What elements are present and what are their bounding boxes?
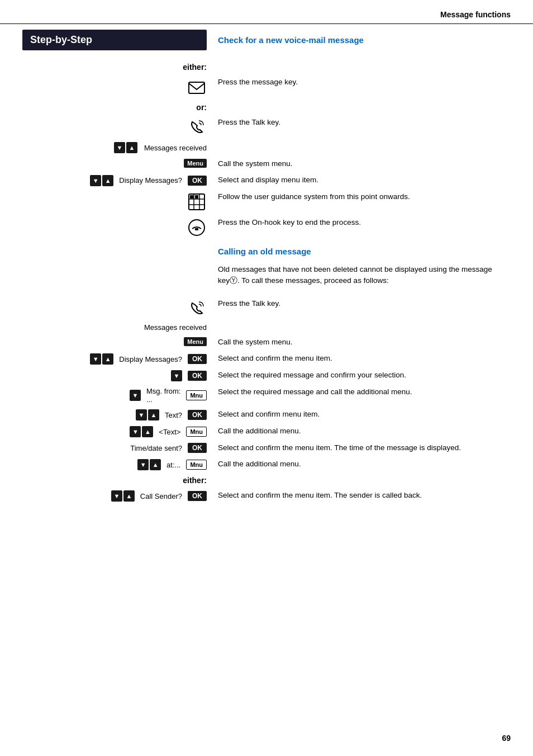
nav-arrows-text-value: ▼ ▲ — [130, 426, 153, 437]
section-title-check-voicemail: Check for a new voice-mail message — [218, 35, 511, 45]
nav-arrows-msg-from: ▼ — [130, 390, 141, 401]
msg-from-row: ▼ Msg. from: ... Mnu Select the required… — [22, 387, 511, 404]
arrow-down-1[interactable]: ▼ — [114, 142, 125, 153]
select-call-additional-text: Select the required message and call the… — [218, 388, 412, 396]
press-talk-key-text-1: Press the Talk key. — [218, 118, 280, 126]
page-title: Message functions — [440, 10, 511, 19]
either-label-2: either: — [183, 476, 207, 485]
messages-received-label-1: Messages received — [144, 144, 207, 152]
either-row-1: either: — [22, 63, 511, 72]
call-sender-row: ▼ ▲ Call Sender? OK Select and confirm t… — [22, 490, 511, 502]
arrow-down-msg-from[interactable]: ▼ — [130, 390, 141, 401]
display-messages-row-2: ▼ ▲ Display Messages? OK Select and conf… — [22, 353, 511, 365]
arrow-down-ok[interactable]: ▼ — [171, 370, 182, 381]
call-sender-label: Call Sender? — [140, 492, 182, 500]
arrow-down-text[interactable]: ▼ — [136, 409, 147, 420]
arrow-down-display-1[interactable]: ▼ — [90, 175, 101, 186]
call-additional-menu-2-text: Call the additional menu. — [218, 460, 301, 468]
display-messages-label-1: Display Messages? — [119, 176, 182, 185]
talk-key-icon-1 — [187, 117, 207, 138]
talk-key-row-2: Messages received Press the Talk key. — [22, 299, 511, 332]
msg-from-label: Msg. from: ... — [146, 387, 180, 404]
select-required-message-text: Select the required message and confirm … — [218, 371, 406, 379]
call-system-menu-text-2: Call the system menu. — [218, 338, 293, 346]
mnu-button-msg-from[interactable]: Mnu — [186, 390, 207, 400]
arrow-up-text[interactable]: ▲ — [148, 409, 159, 420]
arrow-up-1[interactable]: ▲ — [126, 142, 137, 153]
either-label-1: either: — [183, 63, 207, 72]
select-confirm-sender-called-text: Select and confirm the menu item. The se… — [218, 491, 422, 499]
ok-button-down[interactable]: OK — [188, 371, 207, 381]
or-label-1: or: — [196, 103, 207, 112]
arrow-up-display-1[interactable]: ▲ — [102, 175, 113, 186]
call-system-menu-text-1: Call the system menu. — [218, 159, 293, 168]
mnu-button-at[interactable]: Mnu — [186, 460, 207, 470]
messages-received-label-2: Messages received — [144, 323, 207, 332]
on-hook-key-row: Press the On-hook key to end the process… — [22, 218, 511, 238]
page-number: 69 — [502, 734, 511, 743]
nav-arrows-display-2: ▼ ▲ — [90, 353, 113, 365]
arrow-down-call-sender[interactable]: ▼ — [111, 490, 122, 502]
section-body-text: Old messages that have not been deleted … — [218, 264, 511, 287]
press-message-key-text: Press the message key. — [218, 78, 298, 86]
page-header: Message functions — [0, 0, 533, 24]
nav-arrows-at: ▼ ▲ — [137, 459, 161, 470]
menu-row-2: Menu Call the system menu. — [22, 337, 511, 348]
arrow-up-text-value[interactable]: ▲ — [142, 426, 153, 437]
press-on-hook-key-text: Press the On-hook key to end the process… — [218, 218, 361, 226]
call-additional-menu-1-text: Call the additional menu. — [218, 427, 301, 435]
select-display-menu-item-text: Select and display menu item. — [218, 176, 318, 184]
svg-rect-0 — [189, 82, 204, 93]
nav-arrows-msg-received-1: ▼ ▲ — [114, 142, 137, 153]
select-confirm-time-msg-text: Select and confirm the menu item. The ti… — [218, 443, 461, 452]
display-messages-label-2: Display Messages? — [119, 355, 182, 363]
down-ok-row: ▼ OK Select the required message and con… — [22, 370, 511, 381]
press-talk-key-text-2: Press the Talk key. — [218, 299, 280, 308]
arrow-down-text-value[interactable]: ▼ — [130, 426, 141, 437]
arrow-up-call-sender[interactable]: ▲ — [123, 490, 135, 502]
on-hook-key-icon — [187, 218, 207, 238]
mnu-button-text-value[interactable]: Mnu — [186, 427, 207, 437]
select-confirm-menu-item-text: Select and confirm the menu item. — [218, 354, 332, 362]
ok-button-display-2[interactable]: OK — [188, 354, 207, 364]
arrow-down-at[interactable]: ▼ — [137, 459, 149, 470]
select-confirm-menu-item-2-text: Select and confirm menu item. — [218, 410, 320, 418]
svg-rect-7 — [195, 195, 198, 199]
menu-button-2[interactable]: Menu — [184, 337, 207, 346]
user-guidance-icon — [187, 192, 207, 212]
ok-button-time-date[interactable]: OK — [188, 443, 207, 453]
nav-arrows-call-sender: ▼ ▲ — [111, 490, 135, 502]
follow-user-guidance-text: Follow the user guidance system from thi… — [218, 192, 410, 201]
text-label: Text? — [165, 411, 182, 419]
arrow-up-display-2[interactable]: ▲ — [102, 353, 113, 365]
nav-arrows-text: ▼ ▲ — [136, 409, 159, 420]
text-value-label: <Text> — [159, 428, 180, 436]
section-title-calling-old: Calling an old message — [218, 245, 511, 257]
svg-rect-9 — [195, 228, 198, 230]
arrow-down-display-2[interactable]: ▼ — [90, 353, 101, 365]
ok-button-call-sender[interactable]: OK — [188, 491, 207, 501]
at-row: ▼ ▲ at:... Mnu Call the additional menu. — [22, 459, 511, 470]
time-date-label: Time/date sent? — [130, 444, 182, 452]
nav-arrows-display-1: ▼ ▲ — [90, 175, 113, 186]
text-value-row: ▼ ▲ <Text> Mnu Call the additional menu. — [22, 426, 511, 437]
text-row: ▼ ▲ Text? OK Select and confirm menu ite… — [22, 409, 511, 420]
step-by-step-header: Step-by-Step — [22, 30, 207, 50]
ok-button-display-1[interactable]: OK — [188, 176, 207, 186]
arrow-up-at[interactable]: ▲ — [150, 459, 161, 470]
svg-rect-6 — [190, 195, 193, 199]
talk-key-icon-2 — [187, 299, 207, 319]
talk-key-row-1: ▼ ▲ Messages received Press the Talk key… — [22, 117, 511, 153]
either-row-2: either: — [22, 476, 511, 485]
message-key-row: Press the message key. — [22, 77, 511, 97]
or-row-1: or: — [22, 103, 511, 112]
display-messages-row-1: ▼ ▲ Display Messages? OK Select and disp… — [22, 175, 511, 186]
section-2-title-row: Calling an old message Old messages that… — [22, 243, 511, 294]
time-date-row: Time/date sent? OK Select and confirm th… — [22, 443, 511, 453]
ok-button-text[interactable]: OK — [188, 410, 207, 420]
menu-button-1[interactable]: Menu — [184, 159, 207, 168]
message-key-icon — [187, 77, 207, 97]
menu-row-1: Menu Call the system menu. — [22, 159, 511, 169]
at-label: at:... — [166, 461, 180, 469]
user-guidance-row: Follow the user guidance system from thi… — [22, 192, 511, 212]
